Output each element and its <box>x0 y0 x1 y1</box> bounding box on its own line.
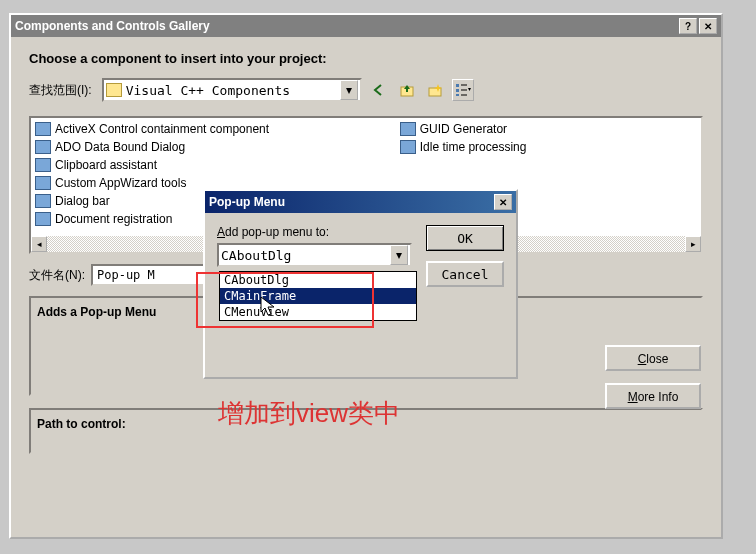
dropdown-arrow-icon[interactable]: ▾ <box>340 80 358 100</box>
component-icon <box>400 140 416 154</box>
up-folder-icon[interactable] <box>396 79 418 101</box>
cancel-button[interactable]: Cancel <box>426 261 504 287</box>
help-button[interactable]: ? <box>679 18 697 34</box>
component-icon <box>400 122 416 136</box>
svg-rect-3 <box>456 89 459 92</box>
dropdown-arrow-icon[interactable]: ▾ <box>390 245 408 265</box>
back-icon[interactable] <box>368 79 390 101</box>
close-gallery-button[interactable]: Close <box>605 345 701 371</box>
scroll-right-icon[interactable]: ▸ <box>685 236 701 252</box>
close-button[interactable]: ✕ <box>699 18 717 34</box>
component-icon <box>35 122 51 136</box>
popup-title: Pop-up Menu <box>209 195 285 209</box>
popup-titlebar: Pop-up Menu ✕ <box>205 191 516 213</box>
popup-menu-dialog: Pop-up Menu ✕ Add pop-up menu to: CAbout… <box>203 189 518 379</box>
component-icon <box>35 158 51 172</box>
add-to-label: Add pop-up menu to: <box>217 225 412 239</box>
svg-rect-1 <box>429 88 441 96</box>
svg-rect-4 <box>456 94 459 96</box>
class-dropdown-list[interactable]: CAboutDlg CMainFrame CMenuView <box>219 271 417 321</box>
prompt-text: Choose a component to insert into your p… <box>29 51 703 66</box>
lookin-dropdown[interactable]: Visual C++ Components ▾ <box>102 78 362 102</box>
filename-label: 文件名(N): <box>29 267 85 284</box>
annotation-text: 增加到view类中 <box>218 396 400 431</box>
component-icon <box>35 176 51 190</box>
dropdown-option[interactable]: CMainFrame <box>220 288 416 304</box>
svg-rect-2 <box>456 84 459 87</box>
list-item[interactable]: ADO Data Bound Dialog <box>35 138 392 156</box>
main-titlebar: Components and Controls Gallery ? ✕ <box>11 15 721 37</box>
popup-close-button[interactable]: ✕ <box>494 194 512 210</box>
list-item[interactable]: GUID Generator <box>400 120 697 138</box>
folder-icon <box>106 83 122 97</box>
class-selected: CAboutDlg <box>221 248 390 263</box>
dropdown-option[interactable]: CMenuView <box>220 304 416 320</box>
scroll-left-icon[interactable]: ◂ <box>31 236 47 252</box>
component-icon <box>35 194 51 208</box>
more-info-button[interactable]: More Info <box>605 383 701 409</box>
class-dropdown[interactable]: CAboutDlg ▾ <box>217 243 412 267</box>
ok-button[interactable]: OK <box>426 225 504 251</box>
dropdown-option[interactable]: CAboutDlg <box>220 272 416 288</box>
main-title: Components and Controls Gallery <box>15 19 210 33</box>
lookin-label: 查找范围(I): <box>29 82 92 99</box>
component-icon <box>35 212 51 226</box>
view-menu-icon[interactable] <box>452 79 474 101</box>
list-item[interactable]: Clipboard assistant <box>35 156 392 174</box>
component-icon <box>35 140 51 154</box>
list-item[interactable]: Idle time processing <box>400 138 697 156</box>
list-item[interactable]: ActiveX Control containment component <box>35 120 392 138</box>
new-folder-icon[interactable] <box>424 79 446 101</box>
lookin-value: Visual C++ Components <box>126 83 340 98</box>
